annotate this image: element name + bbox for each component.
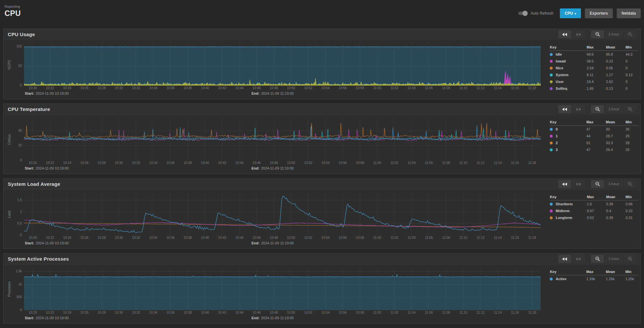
x-tick: 10:36 [166,161,174,165]
series-color-dot [550,67,553,70]
legend-row[interactable]: Nice2.540.050 [550,64,638,71]
y-axis-label: %CPU [6,44,12,86]
plot-column: 10:2010:2210:2410:2610:2810:3010:3210:34… [24,119,541,172]
netdata-button[interactable]: Netdata [617,8,641,18]
start-time: Start:2024-11-09 10:19:00 [25,241,69,245]
legend-header-min: Min [625,119,638,126]
x-axis-ticks: 10:2010:2210:2410:2610:2810:3010:3210:34… [24,310,541,315]
pan-forward-button[interactable] [572,30,585,38]
chart-plot[interactable] [24,119,541,160]
legend-row[interactable]: System8.111.170.13 [550,71,638,78]
legend-value: 51 [586,139,606,146]
x-tick: 10:52 [304,86,312,90]
legend-row[interactable]: User19.42.620 [550,78,638,85]
zoom-in-icon [628,32,633,37]
pan-backward-button[interactable] [558,105,571,113]
zoom-in-button[interactable] [624,180,637,188]
fast-forward-icon [576,257,581,261]
panel-body: Celsius 40200 10:2010:2210:2410:2610:281… [4,115,640,172]
cpu-dropdown-button[interactable]: CPU▾ [560,8,581,18]
x-tick: 10:56 [339,311,347,314]
y-tick: 0 [20,158,22,162]
x-tick: 10:48 [270,86,278,90]
zoom-out-button[interactable] [591,255,604,263]
x-tick: 10:52 [304,161,312,165]
x-tick: 10:44 [235,86,243,90]
legend-row[interactable]: Active1.39k1.26k1.25k [550,275,638,282]
panel-title: CPU Usage [8,32,35,37]
zoom-out-button[interactable] [591,105,604,113]
zoom-in-button[interactable] [624,30,637,38]
pan-backward-button[interactable] [558,255,571,263]
legend-row[interactable]: 0473026 [550,126,638,133]
legend-row[interactable]: Idle99.695.844.3 [550,51,638,58]
legend-row[interactable]: 25133.328 [550,139,638,146]
interval-label: 1 hour [605,180,623,188]
legend-value: 28 [625,139,638,146]
legend-row[interactable]: Midterm0.670.40.22 [550,207,638,214]
y-tick: 0.5 [17,222,22,225]
series-color-dot [550,60,553,63]
chart-legend: KeyMaxMeanMinShortterm1.60.390.06Midterm… [550,194,638,221]
plot-column: 10:2010:2210:2410:2610:2810:3010:3210:34… [24,194,541,247]
legend-value: 95.8 [606,51,625,58]
toggle-knob [522,11,528,16]
x-tick: 10:50 [287,236,295,239]
page-heading: Reporting CPU [5,5,21,18]
x-tick: 11:06 [425,236,433,239]
pan-forward-button[interactable] [572,255,585,263]
x-tick: 10:38 [184,86,192,90]
legend-row[interactable]: Shortterm1.60.390.06 [550,200,638,208]
pan-backward-button[interactable] [558,30,571,38]
legend-value: 0.67 [587,207,606,214]
legend-row[interactable]: Iowait38.50.230 [550,58,638,64]
exporters-button[interactable]: Exporters [585,8,613,18]
y-tick: 0 [20,84,22,87]
x-tick: 11:18 [528,236,536,239]
chart-legend: KeyMaxMeanMinIdle99.695.844.3Iowait38.50… [550,44,638,92]
chart-plot[interactable] [24,194,541,235]
x-tick: 10:42 [218,161,226,165]
interval-label: 1 hour [605,30,623,38]
auto-refresh-toggle[interactable] [518,12,527,15]
legend-row[interactable]: 34729.425 [550,146,638,153]
zoom-out-button[interactable] [591,30,604,38]
legend-value: 0.52 [587,214,606,221]
legend-table: KeyMaxMeanMinIdle99.695.844.3Iowait38.50… [550,44,638,92]
legend-header-key: Key [550,44,586,51]
y-axis-label: Celsius [6,119,12,160]
legend-row[interactable]: 14428.725 [550,132,638,139]
x-tick: 11:04 [408,86,416,90]
pan-forward-button[interactable] [572,105,585,113]
zoom-out-button[interactable] [591,180,604,188]
y-axis-ticks: 1.5k1k5000 [12,268,24,310]
x-tick: 11:02 [391,311,398,314]
y-axis-ticks: 1.510.50 [12,194,24,235]
x-tick: 10:46 [252,86,261,90]
x-tick: 11:16 [511,86,519,90]
chart-plot[interactable] [24,44,541,86]
pan-forward-button[interactable] [572,180,585,188]
legend-value: 47 [586,146,606,153]
legend-header-mean: Mean [606,194,625,200]
y-tick: 0 [20,308,22,312]
top-bar: Reporting CPU Auto Refresh CPU▾ Exporter… [0,0,644,29]
end-value: 2024-11-09 11:19:00 [261,316,294,320]
x-tick: 11:12 [477,311,484,314]
pan-backward-button[interactable] [558,180,571,188]
chart-plot[interactable] [24,268,541,310]
y-tick: 1.5k [16,269,22,273]
x-tick: 10:40 [201,86,209,90]
x-tick: 10:38 [184,161,192,165]
zoom-in-button[interactable] [624,105,637,113]
x-tick: 10:42 [218,311,226,314]
y-tick: 1 [20,210,22,213]
x-tick: 11:12 [477,86,484,90]
zoom-in-button[interactable] [624,255,637,263]
zoom-out-icon [595,32,600,37]
legend-row[interactable]: Softirq1.650.130 [550,85,638,92]
legend-row[interactable]: Longterm0.520.390.31 [550,214,638,221]
y-tick: 500 [17,295,22,299]
x-tick: 10:28 [97,86,106,90]
y-tick: 40 [18,129,22,132]
